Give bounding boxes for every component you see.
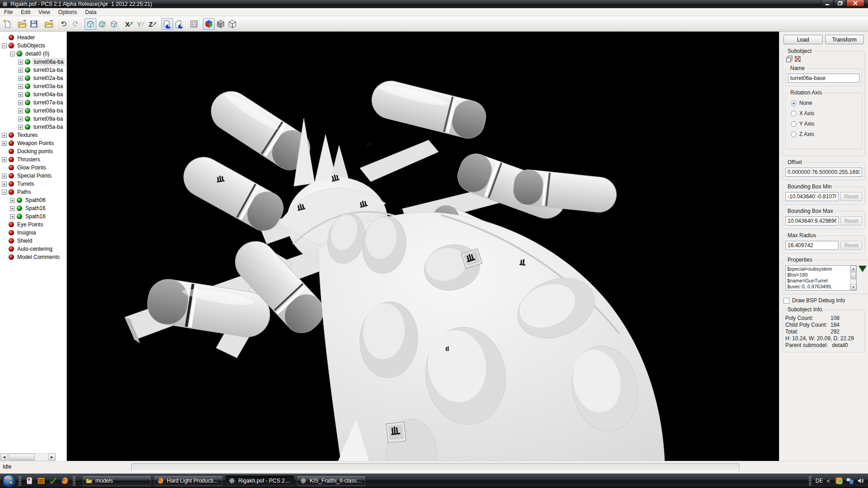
tree-item-spath06[interactable]: +Spath06 xyxy=(0,196,66,204)
expand-icon[interactable]: + xyxy=(10,214,15,219)
bbox-max-input[interactable] xyxy=(785,216,839,225)
tree-item-turret02a-ba[interactable]: +turret02a-ba xyxy=(0,74,66,82)
expand-icon[interactable]: + xyxy=(18,100,23,105)
collapse-icon[interactable]: − xyxy=(10,52,15,56)
expand-icon[interactable]: + xyxy=(2,174,7,178)
scroll-right-arrow-icon[interactable]: ▶ xyxy=(48,454,56,460)
properties-textarea[interactable]: $special=subsystem $fov=180 $name=GunTur… xyxy=(785,265,857,291)
draw-bsp-debug-checkbox[interactable]: Draw BSP Debug Info xyxy=(783,297,865,304)
toolbar-render-textured-button[interactable] xyxy=(203,18,215,30)
expand-icon[interactable]: + xyxy=(18,60,23,65)
tree-item-insignia[interactable]: Insignia xyxy=(0,229,66,237)
tree-item-glow-points[interactable]: Glow Points xyxy=(0,164,66,172)
properties-expand-icon[interactable] xyxy=(859,266,867,272)
rotation-axis-radio-none[interactable]: None xyxy=(791,100,859,106)
toolbar-cube-iso-view-button[interactable] xyxy=(85,18,96,30)
tree-item-turrets[interactable]: +Turrets xyxy=(0,180,66,188)
toolbar-cube-front-view-button[interactable] xyxy=(96,18,108,30)
viewport-3d[interactable] xyxy=(67,32,779,461)
scroll-down-arrow-icon[interactable]: ▼ xyxy=(850,284,856,290)
tree-item-model-comments[interactable]: Model Comments xyxy=(0,253,66,261)
delete-subobject-icon[interactable] xyxy=(794,56,801,64)
max-radius-input[interactable] xyxy=(785,241,839,250)
tree-item-turret08a-ba[interactable]: +turret08a-ba xyxy=(0,107,66,115)
toolbar-undo-button[interactable] xyxy=(58,18,70,30)
expand-icon[interactable]: + xyxy=(18,108,23,113)
volume-icon[interactable] xyxy=(857,477,865,485)
tree-item-eye-points[interactable]: Eye Points xyxy=(0,221,66,229)
toolbar-grid-button[interactable] xyxy=(188,18,200,30)
toolbar-render-solid-button[interactable] xyxy=(215,18,226,30)
expand-icon[interactable]: + xyxy=(18,84,23,89)
tree-item-turret06a-ba[interactable]: +turret06a-ba xyxy=(0,58,66,66)
scrollbar-thumb[interactable] xyxy=(9,454,35,460)
bbox-max-reset-button[interactable]: Reset xyxy=(840,216,862,225)
tree-item-docking-points[interactable]: Docking points xyxy=(0,147,66,155)
taskbar-button-hard-light-producti[interactable]: Hard Light Producti... xyxy=(154,475,223,487)
expand-icon[interactable]: + xyxy=(10,198,15,203)
copy-subobject-icon[interactable] xyxy=(786,56,793,64)
collapse-icon[interactable]: − xyxy=(2,190,7,195)
network-icon[interactable] xyxy=(846,477,854,485)
expand-icon[interactable]: + xyxy=(2,182,7,187)
start-button[interactable] xyxy=(2,474,16,488)
menu-item-file[interactable]: File xyxy=(0,9,17,16)
radio-icon[interactable] xyxy=(791,111,797,117)
toolbar-import-file-button[interactable] xyxy=(43,18,55,30)
tree-item-weapon-points[interactable]: +Weapon Points xyxy=(0,139,66,147)
rotation-axis-radio-z-axis[interactable]: Z Axis xyxy=(791,131,859,137)
subobject-name-input[interactable] xyxy=(788,74,859,83)
chevron-left-icon[interactable]: < xyxy=(826,478,830,484)
dosbox-icon[interactable] xyxy=(36,476,46,486)
tree-item-textures[interactable]: +Textures xyxy=(0,131,66,139)
tree-item-thrusters[interactable]: +Thrusters xyxy=(0,155,66,164)
tree-item-detail0-0-[interactable]: −detail0 (0) xyxy=(0,50,66,58)
scroll-left-arrow-icon[interactable]: ◀ xyxy=(0,454,8,460)
toolbar-box-light-alt-button[interactable] xyxy=(173,18,185,30)
expand-icon[interactable]: + xyxy=(2,141,7,146)
tree-item-subobjects[interactable]: −SubObjects xyxy=(0,42,66,50)
tree-item-auto-centering[interactable]: Auto-centering xyxy=(0,245,66,253)
menu-item-data[interactable]: Data xyxy=(81,9,100,16)
rotation-axis-radio-y-axis[interactable]: Y Axis xyxy=(791,121,859,127)
expand-icon[interactable]: + xyxy=(10,206,15,211)
checkbox-box[interactable] xyxy=(783,298,789,304)
toolbar-axis-x-button[interactable]: X xyxy=(123,18,135,30)
notes-app-icon[interactable] xyxy=(24,476,34,486)
toolbar-new-file-button[interactable] xyxy=(1,18,13,30)
menu-item-options[interactable]: Options xyxy=(54,9,81,16)
menu-item-view[interactable]: View xyxy=(34,9,54,16)
taskbar-grip[interactable] xyxy=(19,476,21,486)
tree-item-header[interactable]: Header xyxy=(0,33,66,42)
radio-icon[interactable] xyxy=(791,121,797,127)
language-indicator[interactable]: DE xyxy=(816,478,823,484)
title-bar[interactable]: Rigakh.pof - PCS 2.1 Alpha Release(Apr 1… xyxy=(0,0,868,8)
bbox-min-reset-button[interactable]: Reset xyxy=(840,192,862,201)
radio-icon[interactable] xyxy=(791,131,797,137)
tree-horizontal-scrollbar[interactable]: ◀ ▶ xyxy=(0,453,56,461)
menu-item-edit[interactable]: Edit xyxy=(17,9,34,16)
expand-icon[interactable]: + xyxy=(18,92,23,97)
max-radius-reset-button[interactable]: Reset xyxy=(840,241,862,250)
minimize-button[interactable] xyxy=(821,0,834,7)
load-button[interactable]: Load xyxy=(783,35,823,44)
tree-item-turret04a-ba[interactable]: +turret04a-ba xyxy=(0,90,66,99)
toolbar-save-file-button[interactable] xyxy=(28,18,40,30)
rotation-axis-radio-x-axis[interactable]: X Axis xyxy=(791,110,859,117)
bbox-min-input[interactable] xyxy=(785,192,839,201)
toolbar-box-light-button[interactable] xyxy=(161,18,173,30)
tree-item-turret05a-ba[interactable]: +turret05a-ba xyxy=(0,123,66,131)
taskbar-grip[interactable] xyxy=(73,476,75,486)
taskbar-button-kis-fralthi-ii-class-p[interactable]: KIS_Fralthi_II-class.p... xyxy=(297,475,366,487)
tree-item-special-points[interactable]: +Special Points xyxy=(0,172,66,180)
tree-item-spath16[interactable]: +Spath16 xyxy=(0,204,66,212)
expand-icon[interactable]: + xyxy=(18,125,23,130)
spellcheck-icon[interactable] xyxy=(48,476,58,486)
close-button[interactable] xyxy=(846,0,864,7)
tray-grip[interactable] xyxy=(809,476,811,486)
toolbar-open-file-button[interactable] xyxy=(16,18,28,30)
firefox-icon[interactable] xyxy=(60,476,70,486)
tree-item-turret09a-ba[interactable]: +turret09a-ba xyxy=(0,115,66,123)
restore-button[interactable] xyxy=(834,0,846,7)
expand-icon[interactable]: + xyxy=(18,76,23,81)
